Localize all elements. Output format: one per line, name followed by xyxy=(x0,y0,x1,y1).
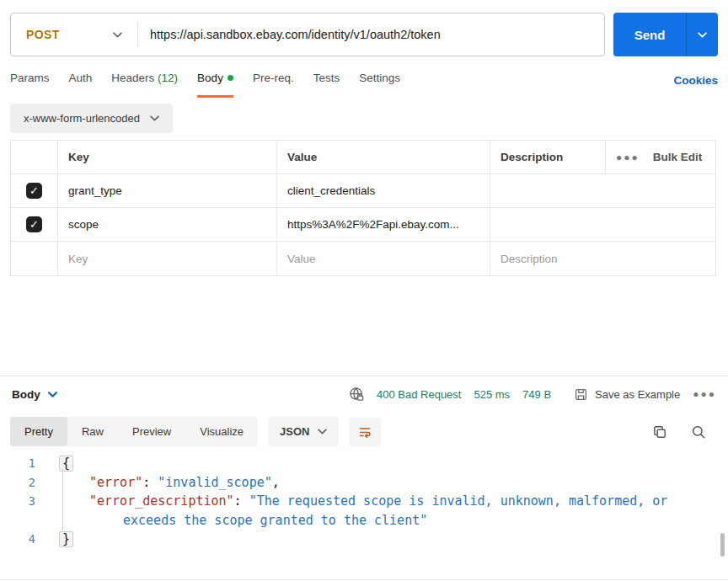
line-number: 1 xyxy=(0,454,35,473)
more-actions-icon[interactable]: ●●● xyxy=(693,388,716,400)
chevron-down-icon xyxy=(150,115,159,121)
scrollbar-thumb[interactable] xyxy=(720,533,725,557)
status-badge[interactable]: 400 Bad Request xyxy=(377,388,461,401)
search-icon[interactable] xyxy=(691,424,706,440)
code-line: 1 { xyxy=(0,454,728,473)
json-punctuation: , xyxy=(272,475,280,490)
request-tabs: Params Auth Headers (12) Body Pre-req. T… xyxy=(0,56,728,98)
tab-headers-label: Headers xyxy=(111,72,154,84)
copy-icon[interactable] xyxy=(652,424,667,440)
json-value: "invalid_scope" xyxy=(158,475,271,490)
tab-tests[interactable]: Tests xyxy=(313,72,340,98)
chevron-down-icon xyxy=(318,429,327,434)
description-cell[interactable] xyxy=(490,174,715,207)
tab-body-label: Body xyxy=(197,72,223,84)
tab-pretty[interactable]: Pretty xyxy=(10,417,67,446)
tab-pre-request[interactable]: Pre-req. xyxy=(253,72,294,98)
open-brace[interactable]: { xyxy=(59,456,73,472)
value-input-placeholder[interactable]: Value xyxy=(277,242,490,275)
row-checkbox[interactable]: ✓ xyxy=(26,183,42,199)
line-number: 4 xyxy=(0,530,35,549)
tab-preview[interactable]: Preview xyxy=(118,417,185,446)
request-panel: POST https://api.sandbox.ebay.com/identi… xyxy=(0,0,728,549)
json-key: "error_description" xyxy=(89,493,234,509)
key-input-placeholder[interactable]: Key xyxy=(58,242,277,275)
table-header-row: Key Value Description ●●● Bulk Edit xyxy=(11,141,715,174)
response-body-code[interactable]: 1 { 2 "error": "invalid_scope", 3 "error… xyxy=(0,454,728,549)
send-label: Send xyxy=(613,13,686,56)
tab-auth[interactable]: Auth xyxy=(69,72,93,98)
json-key: "error" xyxy=(89,475,142,490)
response-panel: Body 400 Bad Request 525 ms 749 B xyxy=(0,376,728,549)
method-selector[interactable]: POST xyxy=(11,28,137,41)
body-type-selector[interactable]: x-www-form-urlencoded xyxy=(10,104,173,133)
key-cell[interactable]: grant_type xyxy=(58,174,277,207)
line-number: 2 xyxy=(0,473,35,493)
format-selector[interactable]: JSON xyxy=(268,417,339,446)
body-modified-dot xyxy=(228,75,233,81)
table-row: ✓ scope https%3A%2F%2Fapi.ebay.com... xyxy=(11,208,715,242)
line-number: 3 xyxy=(0,492,35,511)
url-input[interactable]: https://api.sandbox.ebay.com/identity/v1… xyxy=(138,28,441,41)
column-header-value: Value xyxy=(277,141,490,173)
tab-body[interactable]: Body xyxy=(197,72,233,98)
description-input-placeholder[interactable]: Description xyxy=(490,242,715,275)
response-view-toolbar: Pretty Raw Preview Visualize JSON xyxy=(0,407,728,446)
wrap-lines-button[interactable] xyxy=(349,418,381,446)
chevron-down-icon xyxy=(113,32,122,38)
tab-raw[interactable]: Raw xyxy=(67,417,118,446)
table-row: ✓ grant_type client_credentials xyxy=(11,174,715,208)
description-cell[interactable] xyxy=(490,208,715,241)
response-view-tabs: Pretty Raw Preview Visualize xyxy=(10,417,258,446)
format-label: JSON xyxy=(280,425,309,438)
method-label: POST xyxy=(26,28,60,41)
tab-headers[interactable]: Headers (12) xyxy=(111,72,178,98)
send-button[interactable]: Send xyxy=(613,13,718,56)
select-all-cell xyxy=(11,141,58,173)
row-checkbox-placeholder xyxy=(11,242,58,275)
response-header: Body 400 Bad Request 525 ms 749 B xyxy=(0,376,728,407)
fold-guide-line xyxy=(62,468,63,530)
column-header-description: Description xyxy=(490,141,606,173)
divider xyxy=(0,579,728,580)
response-size[interactable]: 749 B xyxy=(522,388,551,401)
globe-lock-icon xyxy=(349,386,364,402)
code-line: 2 "error": "invalid_scope", xyxy=(0,473,728,493)
close-brace[interactable]: } xyxy=(59,531,73,547)
value-cell[interactable]: https%3A%2F%2Fapi.ebay.com... xyxy=(277,208,490,241)
tab-settings[interactable]: Settings xyxy=(359,72,400,98)
code-line: 3 "error_description": "The requested sc… xyxy=(0,492,728,511)
save-icon xyxy=(574,387,588,402)
send-options-button[interactable] xyxy=(687,13,718,56)
response-actions xyxy=(652,424,718,440)
json-value: "The requested scope is invalid, unknown… xyxy=(249,493,668,509)
json-value-continued: exceeds the scope granted to the client" xyxy=(123,513,427,528)
body-type-label: x-www-form-urlencoded xyxy=(24,112,140,125)
key-cell[interactable]: scope xyxy=(58,208,277,241)
save-as-example-button[interactable]: Save as Example xyxy=(574,387,680,402)
chevron-down-icon xyxy=(698,32,707,38)
request-url-container: POST https://api.sandbox.ebay.com/identi… xyxy=(10,13,605,56)
headers-count-badge: (12) xyxy=(158,72,178,84)
bulk-edit-button[interactable]: Bulk Edit xyxy=(653,151,703,163)
chevron-down-icon xyxy=(48,392,57,397)
json-punctuation: : xyxy=(142,475,158,490)
code-line: 4 } xyxy=(0,530,728,549)
response-body-label: Body xyxy=(12,388,40,401)
column-header-key: Key xyxy=(58,141,277,173)
response-time[interactable]: 525 ms xyxy=(474,388,510,401)
more-actions-icon[interactable]: ●●● xyxy=(616,152,640,163)
bulk-edit-cell: ●●● Bulk Edit xyxy=(606,141,715,173)
response-body-selector[interactable]: Body xyxy=(12,388,57,401)
value-cell[interactable]: client_credentials xyxy=(277,174,490,207)
line-number xyxy=(0,511,35,530)
wrap-lines-icon xyxy=(357,424,372,440)
cookies-link[interactable]: Cookies xyxy=(673,74,718,98)
row-checkbox[interactable]: ✓ xyxy=(26,216,42,232)
table-row-empty: Key Value Description xyxy=(11,242,715,275)
save-as-example-label: Save as Example xyxy=(595,388,680,401)
tab-params[interactable]: Params xyxy=(10,72,50,98)
tab-visualize[interactable]: Visualize xyxy=(185,417,258,446)
code-line-wrapped: exceeds the scope granted to the client" xyxy=(0,511,728,530)
json-punctuation: : xyxy=(234,493,249,509)
